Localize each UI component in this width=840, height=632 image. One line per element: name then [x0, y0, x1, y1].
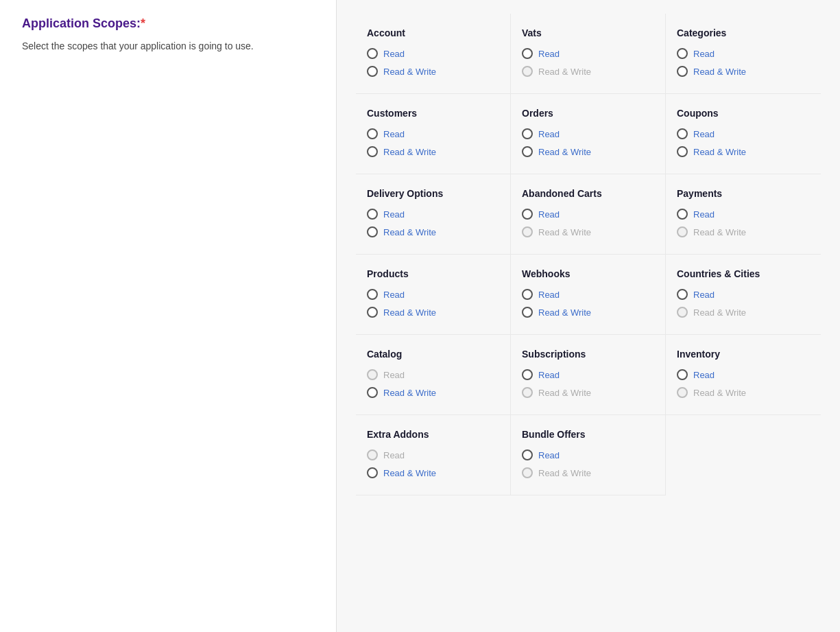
scope-option-categories-1[interactable]: Read & Write — [677, 66, 810, 77]
radio-countries-cities-1[interactable] — [677, 307, 688, 318]
scope-option-payments-1[interactable]: Read & Write — [677, 226, 810, 237]
scope-option-extra-addons-0[interactable]: Read — [367, 449, 499, 460]
radio-orders-0[interactable] — [522, 128, 533, 139]
option-label-abandoned-carts-0: Read — [538, 209, 560, 220]
scope-option-bundle-offers-1[interactable]: Read & Write — [522, 467, 654, 478]
scope-option-vats-0[interactable]: Read — [522, 48, 654, 59]
scope-title-abandoned-carts: Abandoned Carts — [522, 188, 654, 199]
radio-bundle-offers-1[interactable] — [522, 467, 533, 478]
scope-title-orders: Orders — [522, 108, 654, 119]
radio-vats-1[interactable] — [522, 66, 533, 77]
option-label-delivery-options-1: Read & Write — [383, 227, 436, 237]
scope-option-extra-addons-1[interactable]: Read & Write — [367, 467, 499, 478]
radio-inventory-0[interactable] — [677, 369, 688, 380]
radio-subscriptions-1[interactable] — [522, 387, 533, 398]
scope-option-inventory-1[interactable]: Read & Write — [677, 387, 810, 398]
scope-title-webhooks: Webhooks — [522, 268, 654, 279]
option-label-vats-1: Read & Write — [538, 67, 591, 77]
scope-option-products-0[interactable]: Read — [367, 289, 499, 300]
radio-products-1[interactable] — [367, 307, 378, 318]
scope-title-subscriptions: Subscriptions — [522, 349, 654, 360]
scope-option-products-1[interactable]: Read & Write — [367, 307, 499, 318]
radio-vats-0[interactable] — [522, 48, 533, 59]
scope-section-vats: VatsReadRead & Write — [511, 14, 666, 94]
scope-option-coupons-1[interactable]: Read & Write — [677, 146, 810, 157]
scope-option-catalog-0[interactable]: Read — [367, 369, 499, 380]
scope-option-subscriptions-1[interactable]: Read & Write — [522, 387, 654, 398]
option-label-countries-cities-1: Read & Write — [693, 307, 746, 318]
scope-title-payments: Payments — [677, 188, 810, 199]
option-label-webhooks-1: Read & Write — [538, 307, 591, 318]
scope-option-orders-0[interactable]: Read — [522, 128, 654, 139]
radio-customers-1[interactable] — [367, 146, 378, 157]
scope-section-subscriptions: SubscriptionsReadRead & Write — [511, 335, 666, 415]
option-label-orders-0: Read — [538, 129, 560, 139]
scope-option-orders-1[interactable]: Read & Write — [522, 146, 654, 157]
option-label-abandoned-carts-1: Read & Write — [538, 227, 591, 237]
radio-categories-0[interactable] — [677, 48, 688, 59]
scope-option-customers-0[interactable]: Read — [367, 128, 499, 139]
option-label-vats-0: Read — [538, 49, 560, 59]
radio-products-0[interactable] — [367, 289, 378, 300]
radio-orders-1[interactable] — [522, 146, 533, 157]
scope-option-coupons-0[interactable]: Read — [677, 128, 810, 139]
option-label-extra-addons-1: Read & Write — [383, 468, 436, 478]
scope-title-customers: Customers — [367, 108, 499, 119]
option-label-webhooks-0: Read — [538, 290, 560, 300]
radio-categories-1[interactable] — [677, 66, 688, 77]
scope-option-countries-cities-0[interactable]: Read — [677, 289, 810, 300]
scope-option-payments-0[interactable]: Read — [677, 209, 810, 220]
radio-delivery-options-1[interactable] — [367, 226, 378, 237]
scope-option-delivery-options-1[interactable]: Read & Write — [367, 226, 499, 237]
radio-inventory-1[interactable] — [677, 387, 688, 398]
radio-bundle-offers-0[interactable] — [522, 449, 533, 460]
option-label-payments-1: Read & Write — [693, 227, 746, 237]
scopes-grid: AccountReadRead & WriteVatsReadRead & Wr… — [356, 14, 821, 495]
radio-account-1[interactable] — [367, 66, 378, 77]
radio-payments-0[interactable] — [677, 209, 688, 220]
scope-option-vats-1[interactable]: Read & Write — [522, 66, 654, 77]
option-label-products-0: Read — [383, 290, 405, 300]
scope-title-extra-addons: Extra Addons — [367, 429, 499, 440]
option-label-account-0: Read — [383, 49, 405, 59]
scope-title-coupons: Coupons — [677, 108, 810, 119]
scope-option-countries-cities-1[interactable]: Read & Write — [677, 307, 810, 318]
scope-option-webhooks-0[interactable]: Read — [522, 289, 654, 300]
radio-extra-addons-1[interactable] — [367, 467, 378, 478]
scope-section-extra-addons: Extra AddonsReadRead & Write — [356, 415, 511, 495]
radio-catalog-1[interactable] — [367, 387, 378, 398]
option-label-customers-1: Read & Write — [383, 147, 436, 157]
radio-payments-1[interactable] — [677, 226, 688, 237]
radio-delivery-options-0[interactable] — [367, 209, 378, 220]
scope-section-customers: CustomersReadRead & Write — [356, 94, 511, 174]
radio-customers-0[interactable] — [367, 128, 378, 139]
radio-extra-addons-0[interactable] — [367, 449, 378, 460]
scope-option-delivery-options-0[interactable]: Read — [367, 209, 499, 220]
radio-abandoned-carts-1[interactable] — [522, 226, 533, 237]
radio-webhooks-0[interactable] — [522, 289, 533, 300]
scope-option-webhooks-1[interactable]: Read & Write — [522, 307, 654, 318]
radio-webhooks-1[interactable] — [522, 307, 533, 318]
option-label-categories-0: Read — [693, 49, 715, 59]
radio-abandoned-carts-0[interactable] — [522, 209, 533, 220]
scope-title-catalog: Catalog — [367, 349, 499, 360]
radio-catalog-0[interactable] — [367, 369, 378, 380]
scope-option-account-0[interactable]: Read — [367, 48, 499, 59]
scope-section-inventory: InventoryReadRead & Write — [666, 335, 821, 415]
scope-option-categories-0[interactable]: Read — [677, 48, 810, 59]
radio-coupons-1[interactable] — [677, 146, 688, 157]
radio-subscriptions-0[interactable] — [522, 369, 533, 380]
option-label-catalog-0: Read — [383, 370, 405, 380]
scope-option-inventory-0[interactable]: Read — [677, 369, 810, 380]
scope-option-abandoned-carts-1[interactable]: Read & Write — [522, 226, 654, 237]
page-title: Application Scopes:* — [22, 16, 314, 31]
radio-countries-cities-0[interactable] — [677, 289, 688, 300]
scope-option-subscriptions-0[interactable]: Read — [522, 369, 654, 380]
scope-option-account-1[interactable]: Read & Write — [367, 66, 499, 77]
scope-option-customers-1[interactable]: Read & Write — [367, 146, 499, 157]
scope-option-abandoned-carts-0[interactable]: Read — [522, 209, 654, 220]
scope-option-catalog-1[interactable]: Read & Write — [367, 387, 499, 398]
scope-option-bundle-offers-0[interactable]: Read — [522, 449, 654, 460]
radio-coupons-0[interactable] — [677, 128, 688, 139]
radio-account-0[interactable] — [367, 48, 378, 59]
